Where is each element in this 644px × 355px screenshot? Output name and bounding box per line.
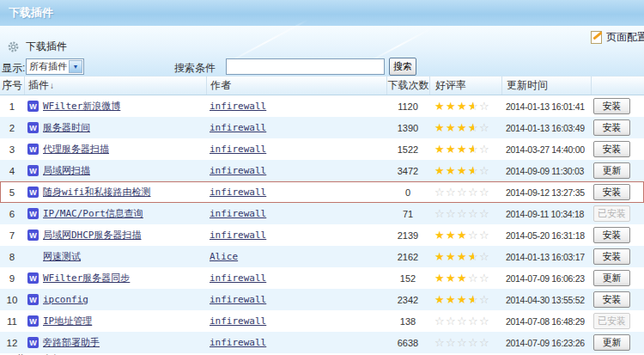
plugin-name-link[interactable]: ipconfig — [43, 294, 88, 305]
rating-stars[interactable]: ☆☆☆☆☆ — [429, 310, 501, 332]
plugin-name-link[interactable]: IP地址管理 — [43, 315, 92, 327]
rating-stars[interactable]: ★★★☆☆ — [429, 267, 501, 289]
update-time: 2014-07-09 16:06:23 — [501, 267, 591, 289]
update-time: 2014-01-13 16:01:41 — [501, 95, 591, 117]
table-row: 10 W ipconfig infirewall 2342 ★★★★☆☆ 201… — [0, 289, 644, 310]
rating-stars[interactable]: ★★★★☆☆ — [429, 138, 501, 160]
rating-stars[interactable]: ★★★★☆☆ — [429, 289, 501, 310]
author-link[interactable]: infirewall — [210, 165, 266, 176]
plugin-name-link[interactable]: 局域网DHCP服务器扫描 — [43, 229, 142, 242]
update-button[interactable]: 更新 — [593, 162, 630, 179]
star-full-icon: ★ — [434, 294, 446, 305]
star-empty-icon: ☆ — [446, 208, 457, 219]
plugin-filter-select[interactable]: 所有插件 ▼ — [26, 58, 84, 75]
wfilter-plugin-icon: W — [27, 187, 39, 198]
installed-button: 已安装 — [593, 313, 630, 329]
install-button[interactable]: 安装 — [593, 119, 630, 136]
star-full-icon: ★ — [457, 122, 468, 133]
table-row: 5 W 随身wifi和私接路由检测 infirewall 0 ☆☆☆☆☆ 201… — [0, 181, 644, 203]
author-link[interactable]: infirewall — [210, 294, 266, 305]
update-time: 2014-09-12 13:27:35 — [501, 181, 591, 203]
author-link[interactable]: Alice — [210, 251, 238, 262]
download-count: 0 — [386, 181, 429, 203]
plugin-name-link[interactable]: 旁路部署助手 — [43, 336, 100, 349]
plugin-name-link[interactable]: WFilter服务器同步 — [43, 272, 130, 285]
author-link[interactable]: infirewall — [210, 230, 266, 241]
search-condition-label: 搜索条件 — [174, 61, 216, 76]
star-full-icon: ★ — [457, 294, 468, 305]
install-button[interactable]: 安装 — [593, 184, 630, 200]
star-empty-icon: ☆ — [468, 272, 479, 284]
plugin-name-link[interactable]: 代理服务器扫描 — [43, 143, 109, 156]
wfilter-plugin-icon: W — [27, 165, 39, 176]
star-empty-icon: ☆ — [479, 101, 490, 112]
wfilter-plugin-icon: W — [27, 208, 39, 219]
rating-stars[interactable]: ☆☆☆☆☆ — [429, 332, 501, 353]
row-index: 10 — [0, 289, 24, 310]
selected-filter-value: 所有插件 — [27, 60, 69, 73]
author-link[interactable]: infirewall — [210, 122, 266, 133]
star-half-icon: ★☆ — [468, 101, 479, 112]
author-link[interactable]: infirewall — [210, 315, 266, 327]
download-count: 152 — [386, 267, 429, 289]
rating-stars[interactable]: ☆☆☆☆☆ — [429, 203, 501, 224]
install-button[interactable]: 安装 — [593, 291, 630, 308]
rating-stars[interactable]: ☆☆☆☆☆ — [429, 181, 501, 203]
author-link[interactable]: infirewall — [210, 187, 266, 198]
rating-stars[interactable]: ★★★☆☆ — [429, 224, 501, 246]
sort-desc-icon: ↓ — [50, 81, 54, 90]
star-empty-icon: ☆ — [446, 315, 457, 327]
table-body: 1 W WFilter新浪微博 infirewall 1120 ★★★★☆☆ 2… — [0, 95, 644, 353]
col-header-rating[interactable]: 好评率 — [429, 77, 501, 95]
star-half-icon: ★☆ — [468, 144, 479, 155]
rating-stars[interactable]: ★★★★☆☆ — [429, 160, 501, 181]
plugin-name-link[interactable]: 服务器时间 — [43, 121, 90, 134]
col-header-updated[interactable]: 更新时间 — [501, 77, 591, 95]
plugin-name-link[interactable]: WFilter新浪微博 — [43, 100, 120, 113]
row-index: 7 — [0, 224, 24, 246]
plugin-name-link[interactable]: 网速测试 — [43, 250, 81, 263]
row-index: 11 — [0, 310, 24, 332]
plugin-name-link[interactable]: 局域网扫描 — [43, 164, 90, 177]
author-link[interactable]: infirewall — [210, 101, 266, 112]
search-input[interactable] — [226, 58, 385, 75]
update-button[interactable]: 更新 — [593, 334, 630, 351]
download-count: 138 — [386, 310, 429, 332]
update-time: 2014-01-13 16:03:17 — [501, 246, 591, 267]
install-button[interactable]: 安装 — [593, 98, 630, 114]
col-header-plugin[interactable]: 插件↓ — [24, 77, 206, 95]
search-button[interactable]: 搜索 — [389, 58, 416, 76]
author-link[interactable]: infirewall — [210, 272, 266, 284]
row-index: 12 — [0, 332, 24, 353]
install-button[interactable]: 安装 — [593, 227, 630, 243]
col-header-downloads[interactable]: 下载次数 — [386, 77, 429, 95]
download-count: 1120 — [386, 95, 429, 117]
row-index: 5 — [0, 181, 24, 203]
col-header-author[interactable]: 作者 — [206, 77, 386, 95]
author-link[interactable]: infirewall — [210, 337, 266, 348]
install-button[interactable]: 安装 — [593, 248, 630, 265]
star-empty-icon: ☆ — [434, 315, 446, 327]
col-header-action — [591, 77, 644, 95]
star-full-icon: ★ — [446, 294, 457, 305]
star-full-icon: ★ — [434, 251, 446, 262]
update-time: 2014-01-13 16:03:49 — [501, 117, 591, 138]
update-button[interactable]: 更新 — [593, 270, 630, 286]
page-config-link[interactable]: 页面配置 — [591, 30, 644, 45]
plugin-name-link[interactable]: IP/MAC/Port信息查询 — [43, 207, 143, 220]
author-link[interactable]: infirewall — [210, 144, 266, 155]
update-time: 2014-05-20 16:31:18 — [501, 224, 591, 246]
col-header-index[interactable]: 序号 — [0, 77, 24, 95]
download-count: 1522 — [386, 138, 429, 160]
row-index: 3 — [0, 138, 24, 160]
author-link[interactable]: infirewall — [210, 208, 266, 219]
star-empty-icon: ☆ — [479, 208, 490, 219]
plugin-name-link[interactable]: 随身wifi和私接路由检测 — [43, 186, 151, 199]
table-row: 4 W 局域网扫描 infirewall 3472 ★★★★☆☆ 2014-09… — [0, 160, 644, 181]
table-row: 9 W WFilter服务器同步 infirewall 152 ★★★☆☆ 20… — [0, 267, 644, 289]
rating-stars[interactable]: ★★★★☆☆ — [429, 95, 501, 117]
rating-stars[interactable]: ★★★★☆☆ — [429, 117, 501, 138]
star-half-icon: ★☆ — [468, 251, 479, 262]
install-button[interactable]: 安装 — [593, 141, 630, 157]
rating-stars[interactable]: ★★★★☆☆ — [429, 246, 501, 267]
